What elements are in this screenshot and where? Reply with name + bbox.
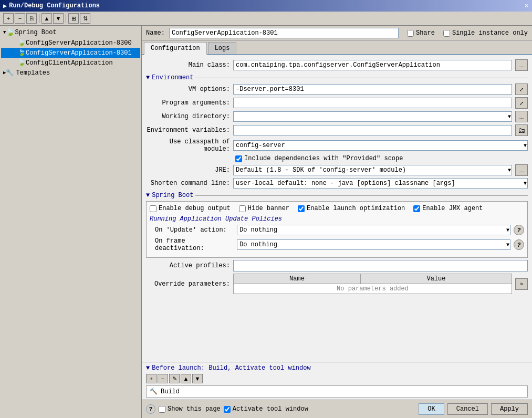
jre-select-wrapper: Default (1.8 - SDK of 'config-server' mo… [233, 165, 512, 175]
move-up-button[interactable]: ▲ [41, 13, 52, 24]
working-dir-row: Working directory: ▼ ... [146, 111, 528, 122]
filter-button[interactable]: ⇅ [80, 13, 90, 24]
tree-group-templates[interactable]: ▶ 🔧 Templates [1, 68, 140, 78]
leaf-icon: 🍃 [6, 28, 15, 37]
tree-item-config8301[interactable]: 🍃 ConfigServerApplication-8301 [1, 48, 140, 58]
policies-label: Running Application Update Policies [150, 215, 524, 223]
share-label: Share [416, 29, 435, 37]
working-dir-label: Working directory: [146, 113, 230, 120]
include-deps-label: Include dependencies with "Provided" sco… [244, 155, 403, 162]
build-icon: 🔨 [150, 388, 158, 395]
working-dir-browse-button[interactable]: ... [515, 111, 528, 122]
tab-configuration[interactable]: Configuration [144, 42, 207, 55]
jre-select[interactable]: Default (1.8 - SDK of 'config-server' mo… [233, 165, 512, 175]
include-deps-row: Include dependencies with "Provided" sco… [146, 155, 528, 162]
params-name-col: Name [234, 274, 361, 284]
title-bar-icon: ▶ [3, 2, 7, 10]
program-args-row: Program arguments: ⤢ [146, 97, 528, 109]
include-deps-checkbox[interactable] [235, 155, 242, 162]
bl-edit-button[interactable]: ✎ [169, 374, 180, 383]
debug-output-checkbox[interactable] [150, 205, 157, 212]
tree-group-springboot[interactable]: ▼ 🍃 Spring Boot [1, 27, 140, 38]
launch-optimization-item: Enable launch optimization [298, 205, 405, 212]
before-launch-toolbar: + − ✎ ▲ ▼ [146, 374, 528, 383]
classpath-label: Use classpath of module: [146, 138, 230, 153]
launch-optimization-checkbox[interactable] [298, 205, 305, 212]
on-update-select-wrapper: Do nothing Update resources Update class… [237, 225, 510, 235]
debug-output-item: Enable debug output [150, 205, 231, 212]
tab-logs[interactable]: Logs [208, 42, 237, 54]
jmx-agent-item: Enable JMX agent [413, 205, 483, 212]
override-params-section: Override parameters: Name Value [146, 274, 528, 294]
cancel-button[interactable]: Cancel [447, 403, 488, 415]
single-instance-checkbox[interactable] [443, 30, 450, 37]
params-expand-button[interactable]: » [515, 278, 528, 290]
vm-options-row: VM options: ⤢ [146, 83, 528, 95]
bottom-right: OK Cancel Apply [419, 403, 528, 415]
hide-banner-checkbox[interactable] [239, 205, 246, 212]
config8300-label: ConfigServerApplication-8300 [26, 39, 132, 47]
bl-add-button[interactable]: + [146, 374, 157, 383]
active-profiles-input[interactable] [233, 260, 528, 271]
bl-remove-button[interactable]: − [158, 374, 168, 383]
classpath-select[interactable]: config-server [233, 140, 528, 151]
on-frame-select[interactable]: Do nothing Update resources Update class… [237, 239, 510, 250]
collapse-icon: ▼ [146, 74, 150, 81]
on-update-help-button[interactable]: ? [514, 225, 524, 235]
jre-browse-button[interactable]: ... [515, 164, 528, 176]
shorten-cmd-select-wrapper: user-local default: none - java [options… [233, 178, 528, 189]
working-dir-input[interactable] [233, 111, 512, 122]
name-input[interactable] [169, 28, 399, 38]
remove-config-button[interactable]: − [15, 13, 25, 24]
jre-row: JRE: Default (1.8 - SDK of 'config-serve… [146, 164, 528, 176]
springboot-group-label: Spring Boot [15, 29, 56, 36]
before-launch-section: ▼ Before launch: Build, Activate tool wi… [142, 362, 532, 400]
name-row: Name: Share Single instance only [142, 26, 532, 41]
close-button[interactable]: ✕ [524, 3, 529, 9]
program-args-expand-button[interactable]: ⤢ [515, 97, 528, 109]
sort-button[interactable]: ⊞ [68, 13, 79, 24]
environment-header-label: Environment [152, 74, 193, 81]
spring-boot-checkboxes: Enable debug output Hide banner Enable l… [150, 205, 524, 212]
move-down-button[interactable]: ▼ [53, 13, 64, 24]
env-vars-input[interactable] [233, 125, 512, 135]
bl-down-button[interactable]: ▼ [192, 374, 203, 383]
copy-config-button[interactable]: ⎘ [26, 13, 37, 24]
classpath-select-wrapper: config-server ▼ [233, 140, 528, 151]
tree-item-config8300[interactable]: 🍃 ConfigServerApplication-8300 [1, 38, 140, 48]
program-args-input[interactable] [233, 98, 512, 108]
on-update-row: On 'Update' action: Do nothing Update re… [150, 225, 524, 235]
toolbar: + − ⎘ ▲ ▼ ⊞ ⇅ [0, 12, 532, 26]
jmx-agent-label: Enable JMX agent [422, 205, 483, 212]
params-table-wrapper: Name Value No parameters added [233, 274, 512, 294]
bottom-bar: ? Show this page Activate tool window OK… [142, 400, 532, 418]
tab-logs-label: Logs [215, 45, 230, 52]
single-instance-label: Single instance only [452, 29, 528, 37]
apply-button[interactable]: Apply [491, 403, 528, 415]
help-button[interactable]: ? [146, 404, 155, 414]
on-frame-help-button[interactable]: ? [514, 239, 524, 250]
leaf-icon-8301: 🍃 [18, 49, 26, 57]
bl-up-button[interactable]: ▲ [181, 374, 191, 383]
share-checkbox[interactable] [407, 30, 414, 37]
classpath-row: Use classpath of module: config-server ▼ [146, 138, 528, 153]
main-class-input[interactable] [233, 60, 512, 70]
show-page-checkbox[interactable] [159, 406, 165, 413]
params-value-col: Value [360, 274, 512, 284]
toolbar-separator-2 [66, 14, 66, 23]
tree-item-configclient[interactable]: 🍃 ConfigClientApplication [1, 58, 140, 68]
ok-button[interactable]: OK [419, 403, 444, 415]
add-config-button[interactable]: + [3, 13, 14, 24]
tab-configuration-label: Configuration [151, 45, 200, 52]
env-vars-browse-button[interactable]: 🗂 [515, 124, 528, 136]
vm-label-text: VM options: [189, 86, 230, 93]
shorten-cmd-select[interactable]: user-local default: none - java [options… [233, 178, 528, 189]
on-update-select[interactable]: Do nothing Update resources Update class… [237, 225, 510, 235]
vm-expand-button[interactable]: ⤢ [515, 83, 528, 95]
left-panel: ▼ 🍃 Spring Boot 🍃 ConfigServerApplicatio… [0, 26, 142, 418]
jmx-agent-checkbox[interactable] [413, 205, 420, 212]
vm-options-input[interactable] [233, 84, 512, 95]
tabs: Configuration Logs [142, 41, 532, 55]
activate-tool-checkbox[interactable] [224, 406, 231, 413]
main-class-browse-button[interactable]: ... [515, 59, 528, 71]
